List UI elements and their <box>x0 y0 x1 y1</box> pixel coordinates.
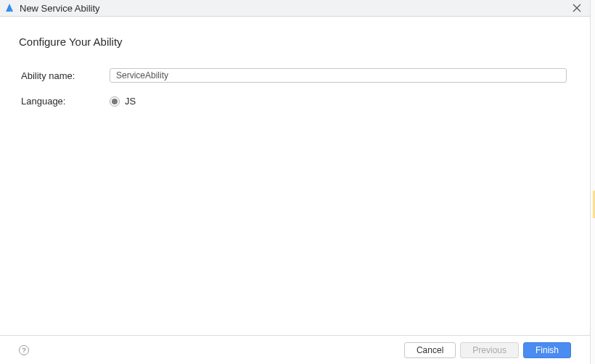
help-icon: ? <box>22 347 25 354</box>
language-row: Language: JS <box>19 96 571 107</box>
titlebar: New Service Ability <box>0 0 590 17</box>
radio-selected-icon <box>112 99 118 104</box>
language-label: Language: <box>19 96 110 107</box>
window-title: New Service Ability <box>20 3 100 14</box>
ability-name-row: Ability name: <box>19 68 571 83</box>
right-edge-panel <box>590 0 595 364</box>
ability-name-input[interactable] <box>110 68 567 83</box>
finish-button[interactable]: Finish <box>523 342 571 358</box>
footer: ? Cancel Previous Finish <box>0 335 590 364</box>
close-button[interactable] <box>571 2 583 14</box>
language-radio-group: JS <box>110 96 136 107</box>
previous-button: Previous <box>460 342 519 358</box>
help-button[interactable]: ? <box>19 345 29 355</box>
content-area: Configure Your Ability Ability name: Lan… <box>0 17 590 335</box>
ability-name-label: Ability name: <box>19 70 110 81</box>
language-radio-js[interactable] <box>110 96 120 107</box>
footer-buttons: Cancel Previous Finish <box>404 342 571 358</box>
close-icon <box>573 4 581 12</box>
language-radio-js-label: JS <box>125 96 136 107</box>
cancel-button[interactable]: Cancel <box>404 342 456 358</box>
app-icon <box>4 3 15 13</box>
page-title: Configure Your Ability <box>19 36 571 48</box>
